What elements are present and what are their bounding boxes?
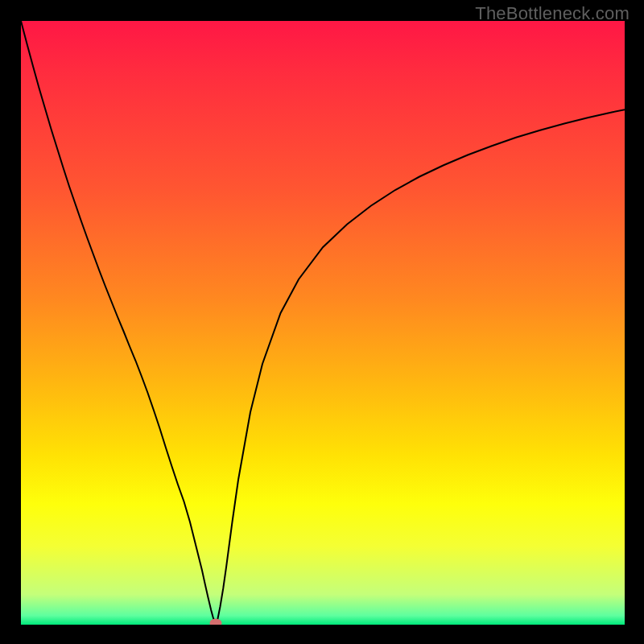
bottleneck-curve-svg — [21, 21, 625, 625]
minimum-marker — [209, 618, 221, 625]
chart-area — [21, 21, 625, 625]
watermark-label: TheBottleneck.com — [475, 3, 630, 24]
bottleneck-curve-path — [21, 21, 625, 623]
